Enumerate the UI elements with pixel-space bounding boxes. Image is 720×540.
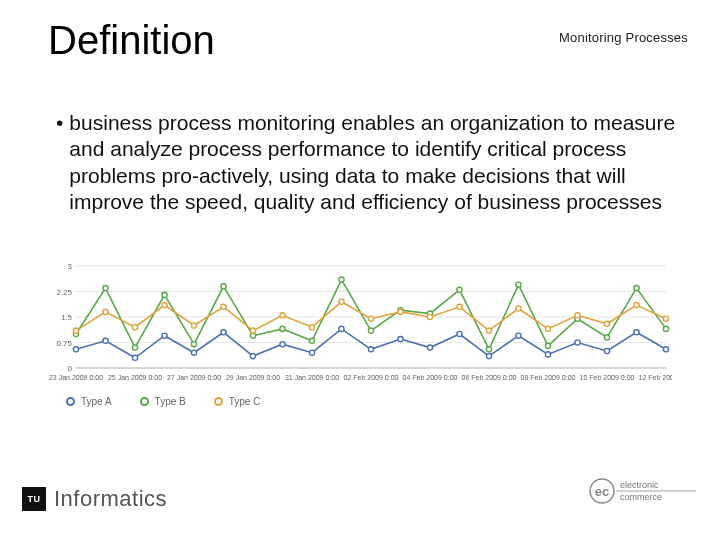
legend-item: Type A — [66, 396, 112, 407]
svg-text:06 Feb 2009 0:00: 06 Feb 2009 0:00 — [462, 374, 517, 381]
bullet-text: business process monitoring enables an o… — [69, 110, 680, 215]
svg-point-50 — [280, 326, 285, 331]
svg-text:23 Jan 2009 0:00: 23 Jan 2009 0:00 — [49, 374, 103, 381]
svg-point-65 — [103, 309, 108, 314]
svg-point-40 — [604, 348, 609, 353]
svg-text:08 Feb 2009 0:00: 08 Feb 2009 0:00 — [521, 374, 576, 381]
svg-point-29 — [280, 342, 285, 347]
svg-point-84 — [663, 316, 668, 321]
ec-logo-icon: ec electronic commerce — [588, 476, 698, 506]
legend-label: Type A — [81, 396, 112, 407]
svg-point-36 — [486, 354, 491, 359]
footer: TU Informatics ec electronic commerce — [22, 472, 698, 512]
svg-text:27 Jan 2009 0:00: 27 Jan 2009 0:00 — [167, 374, 221, 381]
tu-informatics-logo: TU Informatics — [22, 486, 167, 512]
section-label: Monitoring Processes — [559, 30, 688, 45]
legend-swatch-icon — [66, 397, 75, 406]
chart-canvas: 00.751.52.25323 Jan 2009 0:0025 Jan 2009… — [48, 260, 672, 390]
svg-point-24 — [132, 355, 137, 360]
svg-text:12 Feb 2009 0:00: 12 Feb 2009 0:00 — [639, 374, 672, 381]
svg-point-38 — [545, 352, 550, 357]
svg-point-70 — [250, 328, 255, 333]
body-text: • business process monitoring enables an… — [56, 110, 680, 215]
svg-point-44 — [103, 286, 108, 291]
legend-label: Type C — [229, 396, 261, 407]
page-title: Definition — [48, 18, 215, 63]
svg-point-27 — [221, 330, 226, 335]
ec-line2: commerce — [620, 492, 662, 502]
svg-point-68 — [191, 323, 196, 328]
slide: Monitoring Processes Definition • busine… — [0, 0, 720, 540]
legend-item: Type C — [214, 396, 261, 407]
svg-point-59 — [545, 343, 550, 348]
svg-point-74 — [368, 316, 373, 321]
svg-point-78 — [486, 328, 491, 333]
tu-word: Informatics — [54, 486, 167, 512]
svg-point-82 — [604, 321, 609, 326]
svg-point-77 — [457, 304, 462, 309]
svg-point-76 — [427, 314, 432, 319]
svg-text:31 Jan 2009 0:00: 31 Jan 2009 0:00 — [285, 374, 339, 381]
svg-point-80 — [545, 326, 550, 331]
svg-point-28 — [250, 354, 255, 359]
svg-point-25 — [162, 333, 167, 338]
svg-point-73 — [339, 299, 344, 304]
svg-point-57 — [486, 347, 491, 352]
svg-point-71 — [280, 313, 285, 318]
legend-swatch-icon — [214, 397, 223, 406]
svg-text:10 Feb 2009 0:00: 10 Feb 2009 0:00 — [580, 374, 635, 381]
svg-point-42 — [663, 347, 668, 352]
chart: 00.751.52.25323 Jan 2009 0:0025 Jan 2009… — [48, 260, 672, 407]
svg-point-63 — [663, 326, 668, 331]
svg-point-69 — [221, 304, 226, 309]
svg-point-22 — [73, 347, 78, 352]
svg-point-23 — [103, 338, 108, 343]
tu-badge-icon: TU — [22, 487, 46, 511]
legend-swatch-icon — [140, 397, 149, 406]
svg-text:2.25: 2.25 — [56, 288, 72, 297]
svg-point-61 — [604, 335, 609, 340]
svg-text:02 Feb 2009 0:00: 02 Feb 2009 0:00 — [344, 374, 399, 381]
ec-line1: electronic — [620, 480, 659, 490]
ec-initials: ec — [595, 484, 609, 499]
svg-point-26 — [191, 350, 196, 355]
chart-legend: Type AType BType C — [48, 396, 672, 407]
svg-point-52 — [339, 277, 344, 282]
svg-point-67 — [162, 303, 167, 308]
legend-label: Type B — [155, 396, 186, 407]
svg-point-83 — [634, 303, 639, 308]
svg-text:0: 0 — [68, 364, 73, 373]
svg-point-35 — [457, 331, 462, 336]
svg-text:0.75: 0.75 — [56, 339, 72, 348]
svg-point-56 — [457, 287, 462, 292]
svg-text:29 Jan 2009 0:00: 29 Jan 2009 0:00 — [226, 374, 280, 381]
svg-point-33 — [398, 337, 403, 342]
svg-point-75 — [398, 309, 403, 314]
svg-point-48 — [221, 284, 226, 289]
svg-text:3: 3 — [68, 262, 73, 271]
bullet-item: • business process monitoring enables an… — [56, 110, 680, 215]
svg-point-32 — [368, 347, 373, 352]
svg-point-79 — [516, 306, 521, 311]
svg-point-39 — [575, 340, 580, 345]
svg-point-47 — [191, 342, 196, 347]
svg-point-45 — [132, 345, 137, 350]
svg-point-51 — [309, 338, 314, 343]
ec-logo: ec electronic commerce — [588, 476, 698, 510]
svg-point-72 — [309, 325, 314, 330]
svg-point-81 — [575, 313, 580, 318]
svg-point-62 — [634, 286, 639, 291]
svg-point-66 — [132, 325, 137, 330]
svg-point-53 — [368, 328, 373, 333]
svg-point-31 — [339, 326, 344, 331]
svg-text:04 Feb 2009 0:00: 04 Feb 2009 0:00 — [403, 374, 458, 381]
svg-text:1.5: 1.5 — [61, 313, 73, 322]
svg-point-58 — [516, 282, 521, 287]
legend-item: Type B — [140, 396, 186, 407]
svg-text:25 Jan 2009 0:00: 25 Jan 2009 0:00 — [108, 374, 162, 381]
svg-point-34 — [427, 345, 432, 350]
svg-point-64 — [73, 328, 78, 333]
svg-point-37 — [516, 333, 521, 338]
svg-point-30 — [309, 350, 314, 355]
svg-point-41 — [634, 330, 639, 335]
